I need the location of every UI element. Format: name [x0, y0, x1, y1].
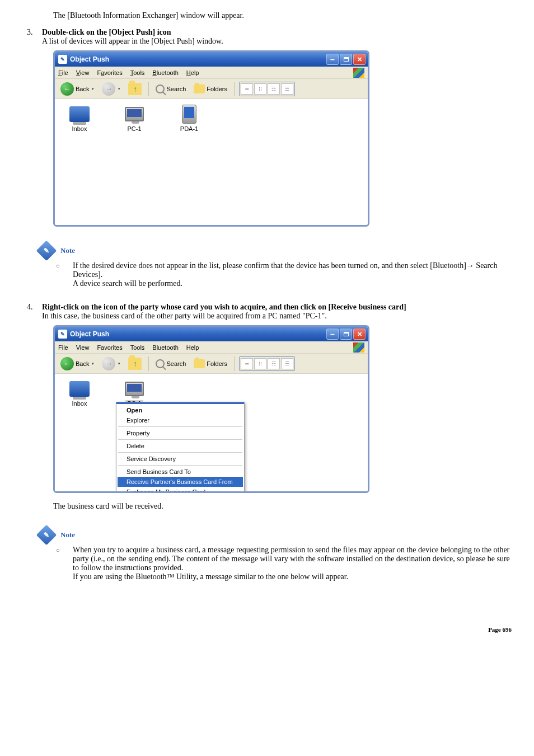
maximize-button[interactable]: [340, 328, 352, 340]
close-button[interactable]: ✕: [353, 54, 366, 65]
object-push-window-2: ✎ Object Push – ✕ File View Favorites To…: [53, 325, 369, 493]
chevron-down-icon: ▾: [92, 87, 94, 91]
folder-icon: [194, 359, 205, 368]
window-icon: ✎: [58, 330, 67, 339]
back-label: Back: [76, 360, 89, 367]
windows-flag-icon: [353, 68, 364, 78]
pda1-device[interactable]: PDA-1: [172, 105, 206, 132]
view-mode-details-icon[interactable]: ☰: [281, 83, 293, 95]
note-2-item: ○ When you try to acquire a business car…: [56, 546, 512, 581]
menu-help[interactable]: Help: [186, 69, 199, 76]
maximize-button[interactable]: [340, 54, 352, 65]
back-arrow-icon: ←: [60, 357, 74, 370]
menu-favorites[interactable]: Favorites: [97, 344, 122, 351]
view-mode-large-icon[interactable]: ▪▪: [241, 83, 253, 95]
note-1-item: ○ If the desired device does not appear …: [56, 261, 512, 288]
toolbar-separator: [148, 82, 149, 96]
toolbar-separator: [234, 82, 235, 96]
context-menu-accent: [116, 402, 244, 404]
menu-view[interactable]: View: [76, 344, 90, 351]
menu-favorites[interactable]: Favorites: [97, 69, 122, 76]
view-mode-buttons: ▪▪ ⁞⁞ ☷ ☰: [239, 356, 295, 371]
view-mode-large-icon[interactable]: ▪▪: [241, 358, 253, 369]
step-4-title: Right-click on the icon of the party who…: [42, 303, 512, 312]
windows-flag-icon: [353, 342, 364, 353]
inbox-device[interactable]: Inbox: [63, 379, 96, 407]
step-3-desc: A list of devices will appear in the [Ob…: [42, 37, 512, 46]
minimize-button[interactable]: –: [326, 54, 339, 65]
step-4: 4. Right-click on the icon of the party …: [22, 303, 512, 321]
ctx-property[interactable]: Property: [118, 428, 243, 438]
search-icon: [156, 359, 165, 368]
view-mode-list-icon[interactable]: ☷: [268, 83, 280, 95]
ctx-service-discovery[interactable]: Service Discovery: [118, 454, 243, 464]
back-label: Back: [76, 86, 89, 92]
menu-file[interactable]: File: [58, 344, 68, 351]
back-button[interactable]: ← Back ▾: [58, 356, 96, 372]
view-mode-list-icon[interactable]: ☷: [268, 358, 280, 369]
inbox-icon: [69, 381, 90, 397]
folders-button[interactable]: Folders: [191, 358, 229, 369]
menu-bluetooth[interactable]: Bluetooth: [152, 344, 178, 351]
back-arrow-icon: ←: [60, 82, 74, 96]
received-text: The business card will be received.: [53, 502, 512, 511]
ctx-open[interactable]: Open: [118, 405, 243, 415]
inbox-device[interactable]: Inbox: [63, 105, 96, 132]
menu-bluetooth[interactable]: Bluetooth: [152, 69, 179, 76]
menu-view[interactable]: View: [76, 69, 90, 76]
chevron-down-icon: ▾: [118, 361, 120, 366]
ctx-explorer[interactable]: Explorer: [118, 415, 243, 425]
folder-up-icon: ↑: [128, 358, 142, 370]
forward-arrow-icon: →: [102, 82, 115, 96]
step-3-title: Double-click on the [Object Push] icon: [42, 28, 512, 37]
search-button[interactable]: Search: [153, 358, 188, 369]
pc-icon: [125, 382, 144, 396]
inbox-icon: [69, 106, 90, 122]
up-button[interactable]: ↑: [126, 356, 144, 371]
menu-file[interactable]: File: [58, 69, 68, 76]
back-button[interactable]: ← Back ▾: [58, 81, 96, 97]
view-mode-details-icon[interactable]: ☰: [281, 358, 293, 369]
ctx-receive-card[interactable]: Receive Partner's Business Card From: [118, 477, 243, 487]
close-button[interactable]: ✕: [353, 328, 366, 340]
folders-label: Folders: [207, 86, 227, 92]
forward-button[interactable]: → ▾: [100, 81, 123, 97]
titlebar: ✎ Object Push – ✕: [55, 52, 368, 67]
minimize-button[interactable]: –: [326, 328, 339, 340]
context-menu-divider: [118, 439, 242, 440]
context-menu-divider: [118, 426, 242, 427]
forward-button[interactable]: → ▾: [100, 356, 123, 372]
note-heading-2: ✎ Note: [39, 528, 512, 542]
page-number: Page 696: [22, 626, 512, 633]
toolbar-separator: [234, 356, 235, 371]
inbox-label: Inbox: [72, 400, 87, 407]
inbox-label: Inbox: [72, 125, 87, 132]
folders-button[interactable]: Folders: [191, 83, 229, 95]
ctx-exchange-card[interactable]: Exchange My Business Card: [118, 487, 243, 493]
folder-up-icon: ↑: [128, 83, 142, 95]
view-mode-buttons: ▪▪ ⁞⁞ ☷ ☰: [239, 82, 295, 96]
window-title: Object Push: [70, 55, 109, 63]
pc-icon: [125, 107, 144, 121]
view-mode-small-icon[interactable]: ⁞⁞: [254, 358, 266, 369]
ctx-send-card[interactable]: Send Business Card To: [118, 467, 243, 477]
menu-help[interactable]: Help: [186, 344, 199, 351]
chevron-down-icon: ▾: [92, 361, 94, 366]
step-4-number: 4.: [22, 303, 42, 321]
pc1-device[interactable]: PC-1 Open Explorer Property Delete Servi…: [118, 379, 151, 407]
up-button[interactable]: ↑: [126, 82, 144, 96]
pc1-device[interactable]: PC-1: [118, 105, 151, 132]
step-4-desc: In this case, the business card of the o…: [42, 312, 512, 321]
window-icon: ✎: [58, 55, 67, 64]
pda1-label: PDA-1: [180, 125, 198, 132]
menu-tools[interactable]: Tools: [130, 344, 145, 351]
window-title: Object Push: [70, 330, 109, 338]
note-icon: ✎: [36, 525, 57, 546]
ctx-delete[interactable]: Delete: [118, 441, 243, 451]
context-menu-divider: [118, 452, 242, 453]
view-mode-small-icon[interactable]: ⁞⁞: [254, 83, 266, 95]
menu-tools[interactable]: Tools: [130, 69, 145, 76]
search-button[interactable]: Search: [153, 83, 188, 95]
context-menu-divider: [118, 465, 242, 466]
search-label: Search: [166, 86, 186, 92]
